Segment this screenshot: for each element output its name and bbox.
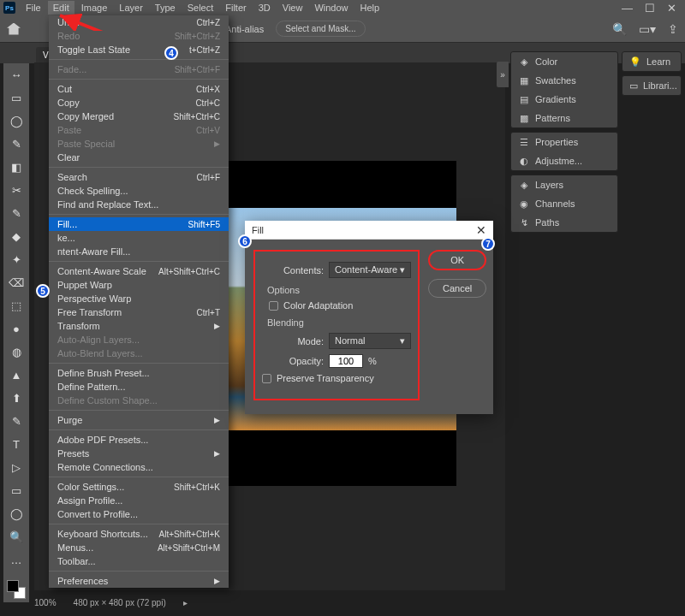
- tool-19[interactable]: ◯: [9, 506, 24, 521]
- tool-6[interactable]: ✎: [9, 205, 24, 221]
- tool-18[interactable]: ▭: [9, 483, 24, 498]
- tool-7[interactable]: ◆: [9, 228, 24, 244]
- panel-properties[interactable]: ☰Properties: [511, 133, 617, 151]
- menu-item-adobe-pdf-presets-[interactable]: Adobe PDF Presets...: [49, 433, 229, 447]
- tool-9[interactable]: ⌫: [9, 275, 24, 290]
- menu-help[interactable]: Help: [355, 1, 385, 15]
- menu-item-transform[interactable]: Transform▶: [49, 319, 229, 333]
- menu-item-ke-[interactable]: ke...: [49, 231, 229, 245]
- menu-item-ntent-aware-fill-[interactable]: ntent-Aware Fill...: [49, 245, 229, 258]
- tool-2[interactable]: ◯: [9, 113, 24, 128]
- title-bar: Ps FileEditImageLayerTypeSelectFilter3DV…: [0, 0, 685, 15]
- panel-learn[interactable]: 💡Learn: [622, 52, 681, 71]
- annotation-badge-5: 5: [36, 284, 50, 298]
- menu-file[interactable]: File: [21, 1, 46, 15]
- tool-16[interactable]: T: [9, 436, 24, 452]
- menu-item-define-brush-preset-[interactable]: Define Brush Preset...: [49, 366, 229, 380]
- tool-3[interactable]: ✎: [9, 136, 24, 151]
- preserve-transparency-checkbox[interactable]: [262, 374, 271, 383]
- home-icon[interactable]: [7, 23, 21, 35]
- menu-item-fill-[interactable]: Fill...Shift+F5: [49, 217, 229, 231]
- maximize-icon[interactable]: ☐: [645, 2, 655, 15]
- tool-20[interactable]: 🔍: [9, 529, 24, 544]
- menu-item-assign-profile-[interactable]: Assign Profile...: [49, 494, 229, 507]
- panel-swatches[interactable]: ▦Swatches: [511, 71, 617, 90]
- panel-patterns[interactable]: ▩Patterns: [511, 109, 617, 127]
- menu-item-convert-to-profile-[interactable]: Convert to Profile...: [49, 507, 229, 521]
- options-heading: Options: [267, 285, 411, 295]
- menu-item-presets[interactable]: Presets▶: [49, 447, 229, 460]
- menu-item-keyboard-shortcuts-[interactable]: Keyboard Shortcuts...Alt+Shift+Ctrl+K: [49, 527, 229, 541]
- menu-item-preferences[interactable]: Preferences▶: [49, 574, 229, 588]
- mode-select[interactable]: Normal▾: [329, 333, 411, 349]
- menu-item-free-transform[interactable]: Free TransformCtrl+T: [49, 305, 229, 319]
- panel-paths[interactable]: ↯Paths: [511, 213, 617, 232]
- tool-14[interactable]: ⬆: [9, 390, 24, 406]
- close-icon[interactable]: ✕: [476, 223, 486, 237]
- tool-13[interactable]: ▲: [9, 367, 24, 382]
- ok-button[interactable]: OK: [428, 250, 486, 270]
- menu-select[interactable]: Select: [182, 1, 219, 15]
- menu-3d[interactable]: 3D: [253, 1, 276, 15]
- tool-10[interactable]: ⬚: [9, 298, 24, 313]
- menu-item-content-aware-scale[interactable]: Content-Aware ScaleAlt+Shift+Ctrl+C: [49, 264, 229, 278]
- opacity-input[interactable]: 100: [329, 354, 363, 368]
- tool-17[interactable]: ▷: [9, 459, 24, 475]
- menu-item-color-settings-[interactable]: Color Settings...Shift+Ctrl+K: [49, 480, 229, 494]
- panel-color[interactable]: ◈Color: [511, 52, 617, 71]
- tool-11[interactable]: ●: [9, 321, 24, 336]
- tool-21[interactable]: …: [9, 552, 24, 567]
- search-icon[interactable]: 🔍: [612, 22, 627, 36]
- menu-type[interactable]: Type: [150, 1, 181, 15]
- tool-15[interactable]: ✎: [9, 413, 24, 429]
- color-swatch-icon[interactable]: [7, 580, 26, 599]
- select-and-mask-button[interactable]: Select and Mask...: [276, 21, 365, 37]
- menu-view[interactable]: View: [277, 1, 308, 15]
- share-icon[interactable]: ⇪: [668, 22, 678, 36]
- menu-item-auto-blend-layers-: Auto-Blend Layers...: [49, 346, 229, 360]
- contents-select[interactable]: Content-Aware▾: [329, 262, 411, 278]
- panel-layers[interactable]: ◈Layers: [511, 175, 617, 194]
- cancel-button[interactable]: Cancel: [428, 279, 486, 298]
- tool-4[interactable]: ◧: [9, 159, 24, 175]
- panel-adjustme[interactable]: ◐Adjustme...: [511, 151, 617, 170]
- menu-item-purge[interactable]: Purge▶: [49, 413, 229, 427]
- zoom-level[interactable]: 100%: [34, 598, 57, 607]
- menu-filter[interactable]: Filter: [220, 1, 251, 15]
- menu-item-check-spelling-[interactable]: Check Spelling...: [49, 184, 229, 198]
- menu-item-puppet-warp[interactable]: Puppet Warp: [49, 278, 229, 292]
- menu-item-remote-connections-[interactable]: Remote Connections...: [49, 460, 229, 474]
- panel-channels[interactable]: ◉Channels: [511, 194, 617, 213]
- tool-12[interactable]: ◍: [9, 344, 24, 359]
- menu-item-toggle-last-state[interactable]: Toggle Last Statet+Ctrl+Z: [49, 43, 229, 56]
- menu-item-toolbar-[interactable]: Toolbar...: [49, 554, 229, 568]
- menu-item-menus-[interactable]: Menus...Alt+Shift+Ctrl+M: [49, 541, 229, 554]
- minimize-icon[interactable]: —: [622, 2, 633, 15]
- close-icon[interactable]: ✕: [667, 2, 676, 15]
- libraries-icon: ▭: [629, 80, 638, 91]
- panel-gradients[interactable]: ▤Gradients: [511, 90, 617, 109]
- menu-item-clear[interactable]: Clear: [49, 151, 229, 164]
- dialog-titlebar[interactable]: Fill ✕: [245, 221, 493, 240]
- menu-item-search[interactable]: SearchCtrl+F: [49, 170, 229, 184]
- menu-item-copy-merged[interactable]: Copy MergedShift+Ctrl+C: [49, 110, 229, 123]
- menu-item-copy[interactable]: CopyCtrl+C: [49, 96, 229, 110]
- menu-item-cut[interactable]: CutCtrl+X: [49, 82, 229, 96]
- menu-layer[interactable]: Layer: [114, 1, 148, 15]
- tool-1[interactable]: ▭: [9, 90, 24, 105]
- menu-item-define-pattern-[interactable]: Define Pattern...: [49, 380, 229, 394]
- workspace-icon[interactable]: ▭▾: [639, 22, 656, 36]
- chevron-right-icon[interactable]: ▸: [183, 598, 188, 607]
- tool-5[interactable]: ✂: [9, 182, 24, 198]
- menu-image[interactable]: Image: [76, 1, 113, 15]
- panel-libraries[interactable]: ▭Librari...: [622, 76, 681, 95]
- menu-item-perspective-warp[interactable]: Perspective Warp: [49, 292, 229, 305]
- dock-toggle-icon[interactable]: »: [497, 62, 509, 87]
- menu-item-undo[interactable]: UndoCtrl+Z: [49, 15, 229, 29]
- menu-edit[interactable]: Edit: [48, 1, 74, 15]
- menu-item-find-and-replace-text-[interactable]: Find and Replace Text...: [49, 198, 229, 211]
- tool-8[interactable]: ✦: [9, 252, 24, 267]
- menu-window[interactable]: Window: [309, 1, 353, 15]
- tool-0[interactable]: ↔: [9, 67, 24, 82]
- color-adaptation-checkbox[interactable]: [269, 301, 278, 311]
